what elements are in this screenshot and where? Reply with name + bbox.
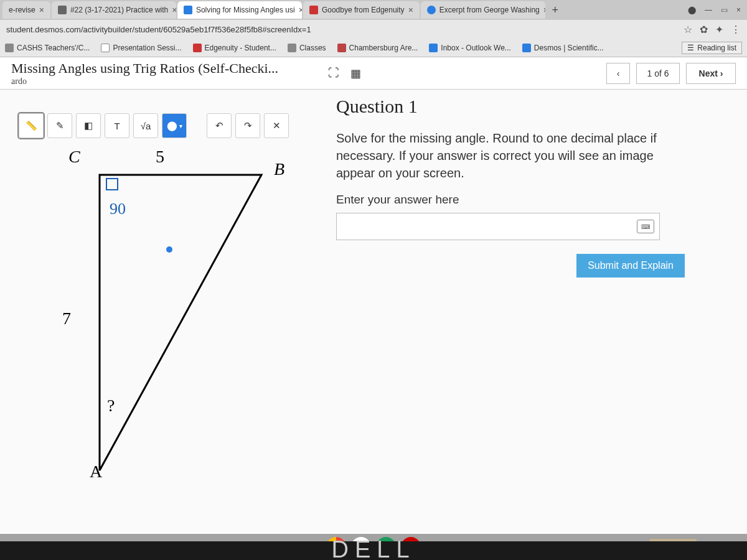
bookmarks-bar: CASHS Teachers'/C... Presentation Sessi.… — [0, 39, 747, 57]
sketch-toolbar: 📏 ✎ ◧ T √a ⬤▾ ↶ ↷ ✕ — [19, 113, 305, 138]
tab-label: Excerpt from George Washing — [439, 6, 540, 14]
address-bar: student.desmos.com/activitybuilder/stude… — [0, 20, 747, 39]
favicon-icon — [309, 6, 318, 14]
tab-erevise[interactable]: e-revise× — [2, 1, 50, 19]
g-icon — [101, 44, 110, 52]
ruler-tool[interactable]: 📏 — [19, 113, 44, 138]
bookmark-cashs[interactable]: CASHS Teachers'/C... — [5, 44, 90, 52]
list-icon: ☰ — [687, 44, 694, 52]
tab-practice[interactable]: #22 (3-17-2021) Practice with× — [52, 1, 176, 19]
close-window-icon[interactable]: × — [736, 6, 741, 14]
canvas-dot — [166, 246, 172, 253]
fullscreen-icon[interactable]: ⛶ — [328, 67, 339, 80]
new-tab-button[interactable]: + — [547, 1, 564, 19]
main-content: 📏 ✎ ◧ T √a ⬤▾ ↶ ↷ ✕ C 5 B 90 — [0, 90, 747, 541]
bookmark-label: Inbox - Outlook We... — [441, 44, 511, 52]
color-swatch-icon: ⬤ — [167, 120, 177, 131]
outlook-icon — [429, 44, 438, 52]
bookmark-chambersburg[interactable]: Chambersburg Are... — [337, 44, 418, 52]
menu-icon[interactable]: ⋮ — [731, 24, 741, 35]
submit-button[interactable]: Submit and Explain — [576, 254, 685, 278]
bookmark-label: Presentation Sessi... — [113, 44, 181, 52]
star-icon[interactable]: ☆ — [684, 24, 692, 35]
tab-excerpt[interactable]: Excerpt from George Washing× — [421, 1, 545, 19]
folder-icon — [5, 44, 14, 52]
side-5-label: 5 — [156, 147, 164, 167]
minimize-icon[interactable]: — — [705, 6, 712, 14]
vertex-c-label: C — [68, 147, 80, 167]
svg-marker-0 — [100, 175, 261, 470]
math-tool[interactable]: √a — [133, 113, 158, 138]
question-pane: Question 1 Solve for the missing angle. … — [317, 90, 747, 541]
prev-button[interactable]: ‹ — [606, 63, 630, 84]
sketch-canvas[interactable]: C 5 B 90 7 ? A — [25, 147, 305, 470]
url-text[interactable]: student.desmos.com/activitybuilder/stude… — [6, 25, 684, 34]
redo-button[interactable]: ↷ — [235, 113, 260, 138]
activity-subtitle: ardo — [11, 77, 278, 86]
bookmark-label: Edgenuity - Student... — [205, 44, 276, 52]
question-prompt: Solve for the missing angle. Round to on… — [336, 129, 660, 182]
maximize-icon[interactable]: ▭ — [721, 6, 728, 14]
favicon-icon — [427, 6, 436, 14]
doc-icon — [288, 44, 296, 52]
page-indicator: 1 of 6 — [636, 63, 680, 84]
right-angle-mark — [106, 178, 118, 190]
answer-row: ⌨ — [336, 213, 660, 240]
color-tool[interactable]: ⬤▾ — [162, 113, 187, 138]
close-icon[interactable]: × — [39, 5, 44, 15]
side-7-label: 7 — [62, 309, 71, 329]
x-icon — [193, 44, 202, 52]
sketch-pane: 📏 ✎ ◧ T √a ⬤▾ ↶ ↷ ✕ C 5 B 90 — [0, 90, 317, 541]
question-title: Question 1 — [336, 96, 722, 117]
tab-desmos-active[interactable]: Solving for Missing Angles usi× — [177, 1, 302, 19]
reading-list-label: Reading list — [697, 44, 736, 52]
reading-list-button[interactable]: ☰Reading list — [682, 42, 742, 54]
bookmark-label: Chambersburg Are... — [349, 44, 418, 52]
browser-tabs-bar: e-revise× #22 (3-17-2021) Practice with×… — [0, 0, 747, 20]
tab-label: Goodbye from Edgenuity — [322, 6, 405, 14]
next-button[interactable]: Next › — [686, 63, 736, 84]
favicon-icon — [184, 6, 192, 14]
tab-label: e-revise — [9, 6, 35, 14]
bookmark-outlook[interactable]: Inbox - Outlook We... — [429, 44, 511, 52]
close-icon[interactable]: × — [299, 5, 302, 15]
bookmark-label: Classes — [299, 44, 326, 52]
dell-logo: DELL — [0, 536, 747, 560]
answer-label: Enter your answer here — [336, 193, 722, 207]
chevron-down-icon: ▾ — [179, 123, 182, 129]
bookmark-label: CASHS Teachers'/C... — [17, 44, 90, 52]
favicon-icon — [58, 6, 67, 14]
bookmark-desmos[interactable]: Desmos | Scientific... — [522, 44, 604, 52]
pencil-tool[interactable]: ✎ — [47, 113, 72, 138]
vertex-a-label: A — [90, 462, 102, 482]
vertex-b-label: B — [274, 159, 284, 179]
desmos-icon — [522, 44, 531, 52]
shield-icon — [337, 44, 346, 52]
activity-header: Missing Angles using Trig Ratios (Self-C… — [0, 57, 747, 90]
tab-label: Solving for Missing Angles usi — [196, 6, 295, 14]
answer-input[interactable] — [342, 213, 637, 240]
close-icon[interactable]: × — [172, 5, 176, 15]
text-tool[interactable]: T — [105, 113, 129, 138]
account-icon[interactable]: ⬤ — [688, 6, 696, 14]
undo-button[interactable]: ↶ — [207, 113, 232, 138]
activity-title: Missing Angles using Trig Ratios (Self-C… — [11, 60, 278, 77]
close-icon[interactable]: × — [543, 5, 545, 15]
angle-90-label: 90 — [110, 200, 126, 218]
puzzle-icon[interactable]: ✦ — [715, 24, 723, 35]
extension-icon[interactable]: ✿ — [700, 24, 708, 35]
clear-button[interactable]: ✕ — [264, 113, 289, 138]
close-icon[interactable]: × — [408, 5, 413, 15]
keyboard-icon[interactable]: ⌨ — [637, 220, 654, 233]
angle-unknown-label: ? — [107, 396, 115, 416]
bookmark-edgenuity[interactable]: Edgenuity - Student... — [193, 44, 276, 52]
tab-edgenuity[interactable]: Goodbye from Edgenuity× — [303, 1, 420, 19]
bookmark-label: Desmos | Scientific... — [534, 44, 604, 52]
tab-label: #22 (3-17-2021) Practice with — [70, 6, 168, 14]
grid-icon[interactable]: ▦ — [350, 67, 361, 80]
eraser-tool[interactable]: ◧ — [76, 113, 101, 138]
bookmark-classes[interactable]: Classes — [288, 44, 326, 52]
bookmark-presentation[interactable]: Presentation Sessi... — [101, 44, 181, 52]
